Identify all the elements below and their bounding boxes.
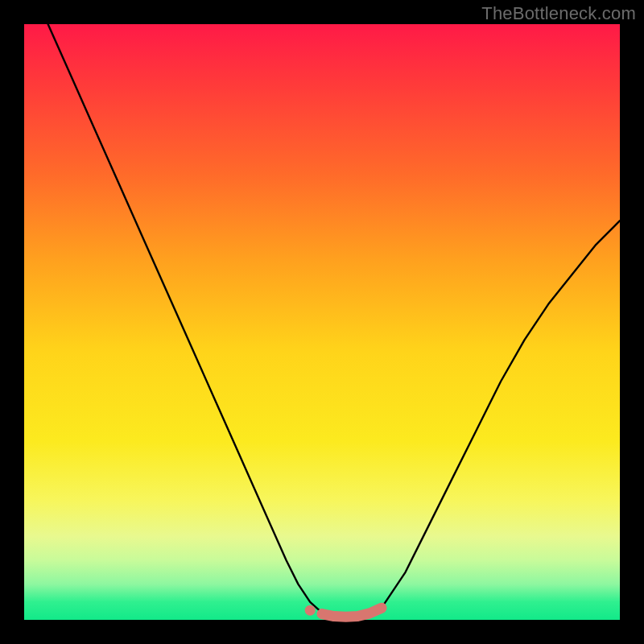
min-point-marker (305, 605, 316, 616)
chart-frame: TheBottleneck.com (0, 0, 644, 644)
bottleneck-curve-chart (0, 0, 644, 644)
curve-line (48, 24, 620, 618)
watermark-label: TheBottleneck.com (481, 3, 636, 24)
min-region-marker (322, 608, 382, 617)
